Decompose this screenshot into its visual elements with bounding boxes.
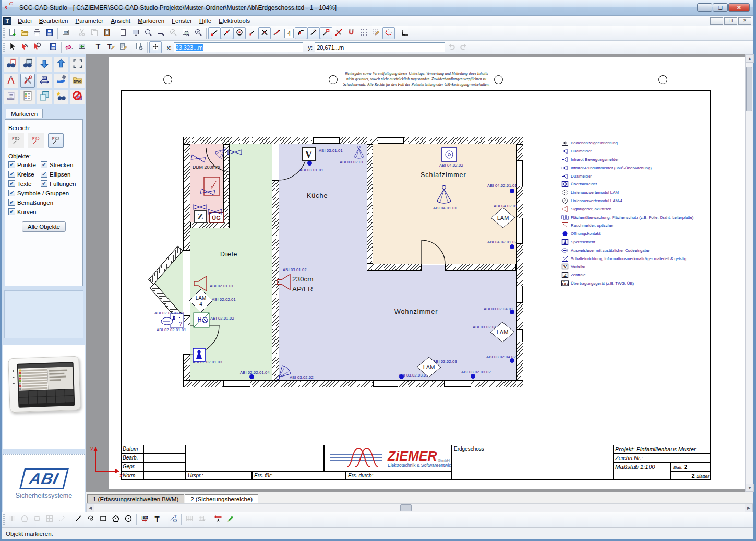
snap-divisions-input[interactable] bbox=[284, 29, 294, 38]
drawing-canvas[interactable]: Weitergabe sowie Vervielfältigung dieser… bbox=[86, 54, 745, 492]
rect-button[interactable] bbox=[97, 513, 110, 525]
snapcenter-button[interactable] bbox=[233, 27, 246, 39]
menu-markieren[interactable]: Markieren bbox=[134, 17, 168, 25]
alle-objekte-button[interactable]: Alle Objekte bbox=[22, 221, 66, 232]
menu-parameter[interactable]: Parameter bbox=[72, 17, 107, 25]
menu-datei[interactable]: Datei bbox=[14, 17, 35, 25]
textT2-button[interactable]: T bbox=[151, 513, 163, 525]
sidebar-tool-searchwin-button[interactable] bbox=[20, 57, 35, 72]
checkbox-kreise[interactable]: ✔Kreise bbox=[8, 171, 41, 178]
textarrow-button[interactable]: Text bbox=[138, 513, 151, 525]
sidebar-tool-dwg-button[interactable]: DWG bbox=[70, 74, 85, 88]
sidebar-tool-selframe-button[interactable] bbox=[70, 57, 85, 72]
sidebar-tool-searchdoc-button[interactable] bbox=[4, 57, 18, 72]
pentagon-button[interactable] bbox=[110, 513, 122, 525]
snapoff-button[interactable] bbox=[332, 27, 345, 39]
menu-ansicht[interactable]: Ansicht bbox=[107, 17, 134, 25]
mdi-close-button[interactable]: ✕ bbox=[738, 17, 751, 25]
menu-fenster[interactable]: Fenster bbox=[168, 17, 196, 25]
checkbox-kurven[interactable]: ✔Kurven bbox=[8, 208, 79, 215]
hatchrect-button[interactable] bbox=[56, 513, 68, 525]
paste-button[interactable] bbox=[101, 27, 113, 39]
bereich-mode-2-button[interactable] bbox=[28, 133, 44, 148]
copy-button[interactable] bbox=[88, 27, 101, 39]
tablex-button[interactable] bbox=[196, 513, 208, 525]
snapx-button[interactable] bbox=[258, 27, 271, 39]
delred-button[interactable] bbox=[18, 41, 31, 53]
checkbox-strecken[interactable]: ✔Strecken bbox=[41, 161, 79, 168]
drawing-page[interactable]: Weitergabe sowie Vervielfältigung dieser… bbox=[109, 57, 745, 489]
bereich-mode-1-button[interactable] bbox=[8, 133, 24, 148]
snapdiv-button[interactable] bbox=[271, 27, 283, 39]
sidebar-tool-searchstar-button[interactable] bbox=[54, 90, 68, 104]
minimize-button[interactable]: – bbox=[697, 3, 712, 12]
y-coordinate-input[interactable]: 20,671...m bbox=[315, 42, 445, 52]
scroll-up-arrow[interactable]: ▲ bbox=[746, 54, 754, 63]
page-button[interactable] bbox=[117, 27, 129, 39]
sidebar-tool-checklist-button[interactable] bbox=[20, 90, 35, 104]
sketch-button[interactable] bbox=[370, 27, 382, 39]
pagemove-button[interactable] bbox=[149, 41, 162, 53]
sidebar-tool-down-button[interactable] bbox=[37, 57, 52, 72]
horizontal-scroll-thumb[interactable] bbox=[400, 504, 412, 511]
snapperp-button[interactable] bbox=[307, 27, 320, 39]
zoomprev-button[interactable] bbox=[192, 27, 205, 39]
zoomoff-button[interactable] bbox=[167, 27, 179, 39]
frame-button[interactable] bbox=[382, 27, 395, 39]
dim7-button[interactable]: 7i bbox=[167, 513, 179, 525]
document-icon[interactable]: T bbox=[3, 17, 11, 25]
maximize-button[interactable]: ❑ bbox=[713, 3, 728, 12]
save-button[interactable] bbox=[43, 27, 56, 39]
horizontal-scrollbar[interactable]: ◀ ▶ bbox=[86, 503, 753, 512]
squares4-button[interactable] bbox=[43, 513, 56, 525]
line-button[interactable] bbox=[72, 513, 85, 525]
scroll-left-arrow[interactable]: ◀ bbox=[86, 504, 94, 512]
scroll-right-arrow[interactable]: ▶ bbox=[745, 504, 753, 512]
screen2-button[interactable] bbox=[76, 41, 88, 53]
measure-button[interactable] bbox=[212, 513, 224, 525]
sidebar-tool-noentry-button[interactable] bbox=[70, 90, 85, 104]
snapmid-button[interactable] bbox=[221, 27, 233, 39]
new-button[interactable] bbox=[6, 27, 18, 39]
close-button[interactable]: ✕ bbox=[728, 3, 750, 12]
zoomdoc-button[interactable] bbox=[179, 27, 192, 39]
sidebar-tool-compass-button[interactable] bbox=[4, 74, 18, 88]
scroll-down-arrow[interactable]: ▼ bbox=[746, 484, 754, 492]
sidebar-tool-script-button[interactable] bbox=[4, 90, 18, 104]
recthandles-button[interactable] bbox=[31, 513, 43, 525]
pages2-button[interactable] bbox=[6, 513, 18, 525]
sheet-tab-1[interactable]: 1 (Erfassungsreichweiten BWM) bbox=[87, 494, 184, 503]
snapnear-button[interactable] bbox=[246, 27, 258, 39]
mdi-restore-button[interactable]: ❑ bbox=[724, 17, 737, 25]
tab-markieren[interactable]: Markieren bbox=[6, 109, 43, 118]
pencil-button[interactable] bbox=[224, 513, 237, 525]
textT-button[interactable]: T bbox=[92, 41, 104, 53]
zoom-button[interactable] bbox=[142, 27, 154, 39]
titlebar[interactable]: sC SCC-CAD Studio - [ C:\ZIEMER\SCC-CAD … bbox=[2, 0, 753, 16]
zoomrect-button[interactable] bbox=[154, 27, 167, 39]
sidebar-tool-tools-button[interactable] bbox=[20, 74, 35, 88]
sheet-tab-2[interactable]: 2 (Sicherungsbereiche) bbox=[185, 494, 258, 503]
circledot-button[interactable] bbox=[122, 513, 135, 525]
checkbox-ellipsen[interactable]: ✔Ellipsen bbox=[41, 171, 79, 178]
menu-hilfe[interactable]: Hilfe bbox=[196, 17, 215, 25]
sidebar-tool-brush-button[interactable] bbox=[54, 74, 68, 88]
spiral-button[interactable] bbox=[85, 513, 97, 525]
checkbox-f-llungen[interactable]: ✔Füllungen bbox=[41, 180, 79, 187]
screen-button[interactable] bbox=[129, 27, 142, 39]
x-coordinate-input[interactable]: 23,323...m bbox=[174, 42, 303, 52]
open-button[interactable] bbox=[18, 27, 31, 39]
redo-button[interactable] bbox=[458, 41, 470, 53]
eraser-button[interactable] bbox=[63, 41, 76, 53]
vertical-scrollbar[interactable]: ▲ ▼ bbox=[745, 54, 753, 492]
vertical-scroll-thumb[interactable] bbox=[746, 67, 752, 111]
sidebar-tool-up-button[interactable] bbox=[54, 57, 68, 72]
grid-button[interactable] bbox=[357, 27, 370, 39]
cut-button[interactable] bbox=[76, 27, 88, 39]
magnet-button[interactable] bbox=[345, 27, 357, 39]
export-button[interactable] bbox=[59, 27, 72, 39]
checkbox-symbole-gruppen[interactable]: ✔Symbole / Gruppen bbox=[8, 190, 79, 196]
snappoint-button[interactable] bbox=[320, 27, 332, 39]
textTedit-button[interactable]: T bbox=[104, 41, 117, 53]
mdi-minimize-button[interactable]: – bbox=[710, 17, 723, 25]
